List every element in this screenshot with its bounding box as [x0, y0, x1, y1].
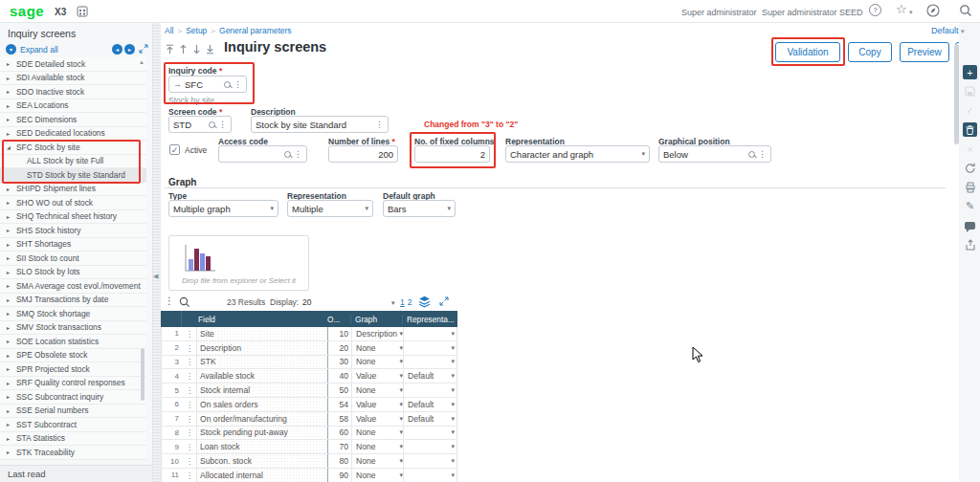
screen-code-input[interactable]: STD ⋮	[168, 116, 232, 133]
row-menu-icon[interactable]: ⋮	[183, 400, 196, 409]
default-graph-select[interactable]: Bars ▾	[383, 200, 456, 217]
sidebar-item[interactable]: STD Stock by site Standard	[0, 168, 146, 183]
row-menu-icon[interactable]: ⋮	[183, 329, 196, 339]
field-menu-icon[interactable]: ⋮	[234, 79, 242, 89]
representation-cell[interactable]: ▾	[403, 454, 455, 468]
field-cell[interactable]: Site	[196, 327, 328, 340]
row-menu-icon[interactable]: ⋮	[183, 456, 196, 466]
representation-cell[interactable]: Default▾	[403, 412, 455, 426]
grid-search-icon[interactable]	[179, 296, 190, 308]
order-cell[interactable]: 80	[328, 456, 351, 466]
user-name[interactable]: Super administrator	[762, 8, 837, 17]
representation-cell[interactable]: Default▾	[403, 398, 455, 411]
sidebar-item[interactable]: SMQ Stock shortage	[0, 307, 146, 321]
grid-expand-icon[interactable]	[439, 296, 449, 306]
order-cell[interactable]: 54	[328, 400, 351, 409]
graph-cell[interactable]: None▾	[351, 454, 403, 468]
representation-cell[interactable]: ▾	[403, 427, 455, 440]
sidebar-scrollbar[interactable]	[141, 348, 145, 401]
delete-button[interactable]	[963, 122, 977, 137]
graph-representation-select[interactable]: Multiple ▾	[287, 200, 373, 217]
sidebar-item[interactable]: SMA Average cost evol./movement	[0, 279, 146, 294]
column-header-field[interactable]: Field	[195, 315, 327, 324]
table-row[interactable]: 7 ⋮ On order/manufacturing 58 Value▾ Def…	[162, 412, 457, 427]
sidebar-item[interactable]: SDO Inactive stock	[0, 85, 146, 99]
representation-cell[interactable]: ▾	[403, 356, 455, 369]
row-menu-icon[interactable]: ⋮	[183, 385, 196, 395]
help-icon[interactable]: ?	[869, 4, 883, 18]
nav-first-icon[interactable]	[165, 44, 175, 55]
description-input[interactable]: Stock by site Standard ⋮	[251, 116, 389, 133]
jump-arrow-icon[interactable]: →	[173, 79, 182, 89]
row-menu-icon[interactable]: ⋮	[183, 427, 196, 437]
order-cell[interactable]: 40	[328, 371, 351, 381]
graph-cell[interactable]: Description▾	[351, 327, 403, 340]
representation-cell[interactable]: Default▾	[403, 369, 455, 383]
table-row[interactable]: 10 ⋮ Subcon. stock 80 None▾ ▾	[162, 454, 457, 469]
field-cell[interactable]: On order/manufacturing	[196, 412, 328, 426]
sidebar-item[interactable]: SHT Shortages	[0, 238, 146, 252]
fixed-columns-input[interactable]: 2	[414, 145, 490, 163]
sidebar-item[interactable]: SSC Subcontract inquiry	[0, 390, 146, 405]
representation-cell[interactable]: ▾	[403, 469, 455, 482]
field-cell[interactable]: Description	[196, 341, 328, 355]
table-row[interactable]: 11 ⋮ Allocated internal 90 None▾ ▾	[162, 469, 457, 482]
grid-menu-icon[interactable]: ⋮	[165, 296, 174, 306]
sidebar-item[interactable]: SSE Serial numbers	[0, 405, 146, 419]
sidebar-item[interactable]: SHQ Technical sheet history	[0, 210, 146, 225]
main-scrollbar[interactable]	[954, 44, 959, 144]
graph-cell[interactable]: Value▾	[351, 412, 403, 426]
field-cell[interactable]: Stock internal	[196, 383, 328, 397]
sidebar-item[interactable]: SDI Available stock	[0, 72, 146, 86]
table-row[interactable]: 6 ⋮ On sales orders 54 Value▾ Default▾	[162, 398, 457, 412]
table-row[interactable]: 9 ⋮ Loan stock 70 None▾ ▾	[162, 440, 457, 454]
breadcrumb-link[interactable]: Setup	[186, 26, 219, 35]
row-menu-icon[interactable]: ⋮	[183, 357, 196, 366]
representation-select[interactable]: Character and graph ▾	[505, 145, 650, 163]
nav-down-icon[interactable]	[191, 44, 202, 55]
expand-all-label[interactable]: Expand all	[20, 45, 58, 55]
graph-type-select[interactable]: Multiple graph ▾	[168, 200, 278, 217]
last-read-section[interactable]: Last read	[0, 465, 152, 482]
print-icon[interactable]	[963, 180, 977, 194]
order-cell[interactable]: 30	[328, 357, 351, 366]
endpoint-badge[interactable]: SEED	[839, 8, 863, 17]
favorites-caret-icon[interactable]: ▾	[909, 9, 924, 23]
sidebar-item[interactable]: SOE Location statistics	[0, 335, 146, 349]
row-menu-icon[interactable]: ⋮	[183, 343, 196, 353]
nav-up-icon[interactable]	[178, 44, 189, 55]
field-cell[interactable]: Subcon. stock	[196, 454, 328, 468]
sidebar-item[interactable]: SRF Quality control responses	[0, 377, 146, 391]
graph-cell[interactable]: Value▾	[351, 398, 403, 411]
sidebar-item[interactable]: SII Stock to count	[0, 252, 146, 266]
nav-last-icon[interactable]	[205, 44, 215, 55]
field-cell[interactable]: On sales orders	[196, 398, 328, 411]
field-cell[interactable]: STK	[196, 356, 328, 369]
field-cell[interactable]: Available stock	[196, 369, 328, 383]
row-menu-icon[interactable]: ⋮	[183, 442, 196, 451]
sidebar-item[interactable]: STA Statistics	[0, 432, 146, 447]
sidebar-item[interactable]: SPE Obsolete stock	[0, 349, 146, 363]
file-dropzone[interactable]: Drop file from explorer or Select it	[168, 235, 309, 291]
sidebar-item[interactable]: SHS Stock history	[0, 224, 146, 238]
graph-cell[interactable]: Value▾	[351, 369, 403, 383]
graph-cell[interactable]: None▾	[351, 356, 403, 369]
sidebar-item[interactable]: SEC Dimensions	[0, 113, 146, 127]
graph-cell[interactable]: None▾	[351, 341, 403, 355]
copy-button[interactable]: Copy	[848, 42, 892, 62]
field-cell[interactable]: Allocated internal	[196, 469, 328, 482]
sidebar-item[interactable]: SED Dedicated locations	[0, 127, 146, 142]
graph-cell[interactable]: None▾	[351, 440, 403, 453]
table-row[interactable]: 1 ⋮ Site 10 Description▾ ▾	[162, 327, 457, 341]
sidebar-item[interactable]: SMV Stock transactions	[0, 321, 146, 336]
number-of-lines-input[interactable]: 200	[328, 145, 398, 163]
comment-icon[interactable]	[963, 218, 977, 232]
order-cell[interactable]: 10	[328, 329, 351, 339]
sidebar-item[interactable]: SDE Detailed stock	[0, 57, 146, 72]
validation-button[interactable]: Validation	[775, 42, 840, 62]
field-menu-icon[interactable]: ⋮	[218, 120, 227, 129]
row-menu-icon[interactable]: ⋮	[183, 471, 196, 480]
refresh-icon[interactable]	[963, 161, 977, 175]
scroll-up-icon[interactable]: ▲	[139, 59, 145, 65]
preview-button[interactable]: Preview	[900, 42, 949, 62]
